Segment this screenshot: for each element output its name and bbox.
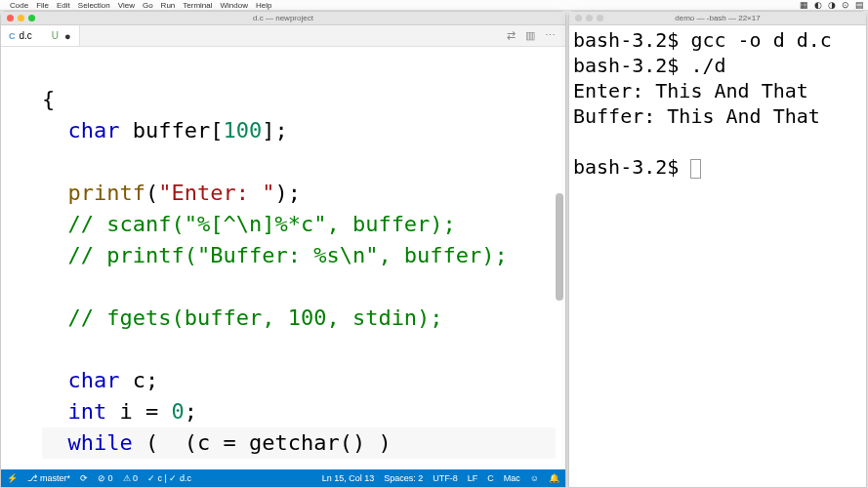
eol[interactable]: LF xyxy=(468,473,478,483)
window-controls xyxy=(575,15,603,21)
indent[interactable]: Spaces: 2 xyxy=(384,473,423,483)
git-sync[interactable]: ⟳ xyxy=(80,473,88,483)
errors[interactable]: ⊘ 0 xyxy=(98,473,113,483)
menu-window[interactable]: Window xyxy=(221,1,248,10)
menu-help[interactable]: Help xyxy=(256,1,271,10)
split-editor-icon[interactable]: ▥ xyxy=(525,29,535,42)
modified-indicator: ● xyxy=(64,30,71,42)
menu-view[interactable]: View xyxy=(118,1,135,10)
code-editor[interactable]: { char buffer[100]; printf("Enter: "); /… xyxy=(1,47,565,469)
warnings[interactable]: ⚠ 0 xyxy=(123,473,139,483)
menu-edit[interactable]: Edit xyxy=(57,1,70,10)
vscode-statusbar: ⚡ ⎇ master* ⟳ ⊘ 0 ⚠ 0 ✓ c | ✓ d.c Ln 15,… xyxy=(1,469,565,487)
status-icon[interactable]: ◐ xyxy=(814,0,822,10)
menu-selection[interactable]: Selection xyxy=(78,1,110,10)
window-title: demo — -bash — 22×17 xyxy=(675,14,760,22)
menu-terminal[interactable]: Terminal xyxy=(183,1,212,10)
status-icon[interactable]: ◑ xyxy=(828,0,836,10)
feedback-icon[interactable]: ☺ xyxy=(530,473,539,483)
menu-go[interactable]: Go xyxy=(143,1,153,10)
menu-code[interactable]: Code xyxy=(10,1,28,10)
vscode-titlebar[interactable]: d.c — newproject xyxy=(1,12,565,25)
menu-run[interactable]: Run xyxy=(161,1,176,10)
tab-label: d.c xyxy=(20,30,32,41)
status-icon[interactable]: ▦ xyxy=(800,0,808,10)
scrollbar-thumb[interactable] xyxy=(556,193,563,301)
tab-d-c[interactable]: C d.c U ● xyxy=(1,25,80,46)
terminal-body[interactable]: bash-3.2$ gcc -o d d.c bash-3.2$ ./d Ent… xyxy=(569,25,866,487)
status-icon[interactable]: ⊙ xyxy=(842,0,849,10)
compare-icon[interactable]: ⇄ xyxy=(507,29,516,42)
more-icon[interactable]: ⋯ xyxy=(545,29,556,42)
desktop: d.c — newproject C d.c U ● ⇄ ▥ ⋯ { char … xyxy=(0,11,868,488)
c-file-icon: C xyxy=(9,31,16,41)
checks[interactable]: ✓ c | ✓ d.c xyxy=(147,473,191,483)
terminal-cursor xyxy=(690,159,701,179)
bell-icon[interactable]: 🔔 xyxy=(549,473,559,483)
macos-menubar: Code File Edit Selection View Go Run Ter… xyxy=(0,0,868,11)
minimize-icon[interactable] xyxy=(586,15,593,21)
maximize-icon[interactable] xyxy=(597,15,603,21)
encoding[interactable]: UTF-8 xyxy=(433,473,458,483)
terminal-titlebar[interactable]: demo — -bash — 22×17 xyxy=(569,12,866,25)
window-controls xyxy=(7,15,35,21)
terminal-window: demo — -bash — 22×17 bash-3.2$ gcc -o d … xyxy=(568,11,867,488)
close-icon[interactable] xyxy=(575,15,582,21)
close-icon[interactable] xyxy=(7,15,14,21)
menubar-right-icons: ▦ ◐ ◑ ⊙ ▤ xyxy=(800,0,864,10)
os[interactable]: Mac xyxy=(504,473,520,483)
minimize-icon[interactable] xyxy=(18,15,24,21)
git-branch[interactable]: ⎇ master* xyxy=(27,473,70,483)
window-title: d.c — newproject xyxy=(253,14,313,22)
cursor-position[interactable]: Ln 15, Col 13 xyxy=(322,473,375,483)
vscode-window: d.c — newproject C d.c U ● ⇄ ▥ ⋯ { char … xyxy=(0,11,566,488)
git-status: U xyxy=(52,30,59,41)
maximize-icon[interactable] xyxy=(28,15,35,21)
remote-icon[interactable]: ⚡ xyxy=(7,473,18,483)
editor-tabbar: C d.c U ● ⇄ ▥ ⋯ xyxy=(1,25,565,47)
status-icon[interactable]: ▤ xyxy=(855,0,864,10)
menu-file[interactable]: File xyxy=(36,1,49,10)
language[interactable]: C xyxy=(487,473,494,483)
